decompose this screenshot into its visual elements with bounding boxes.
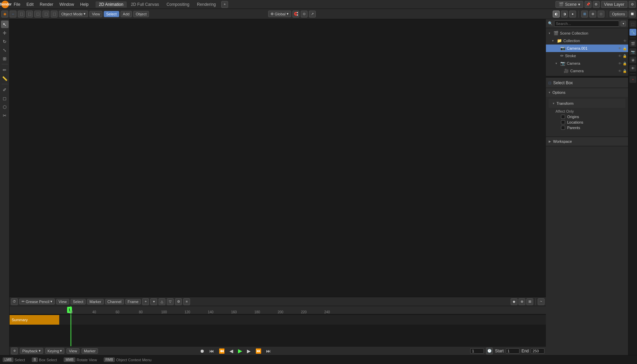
add-menu[interactable]: Add	[121, 11, 132, 17]
tl-curve-icon[interactable]: ~	[538, 298, 545, 305]
tree-scene-collection[interactable]: ▾ 🎬 Scene Collection	[546, 29, 628, 37]
add-workspace-button[interactable]: +	[221, 1, 228, 8]
tool-draw[interactable]: ✐	[1, 86, 9, 93]
btn-jump-end[interactable]: ⏭	[265, 348, 272, 354]
gizmo-toggle[interactable]: ⊕	[589, 11, 596, 17]
tl-onion-icon[interactable]: ⊕	[519, 298, 525, 305]
toolbar-icon-3[interactable]: ⬚	[34, 11, 41, 17]
scene-dropdown[interactable]: 🎬 Scene ▾	[555, 1, 583, 8]
options-btn[interactable]: Options	[610, 11, 627, 17]
rpanel-render-icon[interactable]: 📷	[629, 48, 636, 55]
locations-checkbox[interactable]	[561, 120, 565, 124]
tab-rendering[interactable]: Rendering	[193, 1, 219, 8]
rpanel-object-icon[interactable]: ⬚	[629, 21, 636, 27]
camchild-vis[interactable]: 👁	[618, 69, 622, 73]
transform-move-icon[interactable]: ↔	[10, 11, 16, 17]
view-layer-button[interactable]: View Layer	[601, 1, 627, 8]
xray-toggle[interactable]: □	[598, 11, 604, 17]
tool-fill[interactable]: ⬡	[1, 103, 9, 111]
cam001-restrict[interactable]: 🔒	[623, 47, 627, 50]
transform-header[interactable]: ▾ Transform	[549, 99, 625, 108]
origins-checkbox[interactable]	[561, 115, 565, 119]
tree-stroke[interactable]: ✏ Stroke 👁 🔒	[546, 52, 628, 60]
proportional-edit-icon[interactable]: ⊙	[301, 11, 308, 17]
toolbar-icon-4[interactable]: ⬚	[42, 11, 49, 17]
tab-2d-animation[interactable]: 2D Animation	[96, 1, 127, 8]
rpanel-scene-icon[interactable]: 🎬	[629, 40, 636, 47]
viewport-shading-material[interactable]: ◑	[561, 11, 568, 17]
tree-camera-group[interactable]: ▾ 📷 Camera 👁 🔒	[546, 60, 628, 67]
camchild-restrict[interactable]: 🔒	[623, 69, 627, 73]
object-mode-dropdown[interactable]: Object Mode ▾	[59, 11, 88, 17]
btn-jump-start[interactable]: ⏮	[208, 348, 215, 354]
viewport-shading-rendered[interactable]: ●	[569, 11, 576, 17]
menu-window[interactable]: Window	[57, 1, 77, 8]
tl-settings-icon[interactable]: ⚙	[175, 298, 182, 305]
view-menu[interactable]: View	[89, 11, 102, 17]
tl-frame-btn[interactable]: Frame	[125, 299, 141, 304]
rpanel-view-icon[interactable]: 👁	[629, 65, 636, 72]
menu-file[interactable]: File	[11, 1, 23, 8]
toolbar-icon-1[interactable]: ⬚	[18, 11, 25, 17]
object-menu[interactable]: Object	[133, 11, 149, 17]
tab-compositing[interactable]: Compositing	[163, 1, 193, 8]
tl-select-btn[interactable]: Select	[71, 299, 86, 304]
tool-move[interactable]: ✛	[1, 29, 9, 37]
tool-scale[interactable]: ⤡	[1, 46, 9, 54]
snap-icon[interactable]: 🧲	[292, 11, 299, 17]
btn-play[interactable]: ▶	[237, 347, 243, 355]
tl-more-icon[interactable]: ≡	[183, 298, 190, 305]
play-settings-icon[interactable]: ⚙	[11, 348, 18, 354]
keying-dropdown[interactable]: Keying ▾	[45, 348, 65, 354]
tree-camera001[interactable]: 📷 Camera.001 👁 🔒	[546, 45, 628, 52]
btn-step-next[interactable]: ▶	[246, 348, 252, 354]
frame-fps-icon[interactable]: 🕐	[486, 348, 493, 354]
parents-checkbox[interactable]	[561, 126, 565, 130]
timeline-editor-type[interactable]: ⏱	[11, 298, 18, 305]
camgrp-restrict[interactable]: 🔒	[623, 62, 627, 65]
cam001-vis[interactable]: 👁	[618, 47, 622, 50]
outliner-filter-icon[interactable]: ▾	[621, 21, 626, 26]
playback-dropdown[interactable]: Playback ▾	[20, 348, 43, 354]
tool-transform[interactable]: ⊞	[1, 55, 9, 62]
tree-collection[interactable]: ▾ 📁 Collection 👁	[546, 37, 628, 45]
overlay-toggle[interactable]: ⊞	[581, 11, 588, 17]
tree-camera-child[interactable]: 🎥 Camera 👁 🔒	[546, 67, 628, 75]
tl-add-btn[interactable]: +	[142, 298, 149, 305]
btn-step-forward[interactable]: ⏩	[254, 348, 263, 354]
scene-settings-button[interactable]: ⚙	[593, 1, 600, 8]
transform-orientation-icon[interactable]: ↗	[309, 11, 316, 17]
menu-edit[interactable]: Edit	[24, 1, 36, 8]
tool-annotate[interactable]: ✏	[1, 66, 9, 74]
btn-step-back[interactable]: ⏪	[217, 348, 226, 354]
editor-type-icon[interactable]: 🔲	[629, 11, 636, 17]
tool-select[interactable]: ↖	[1, 21, 9, 28]
tl-channel-btn[interactable]: Channel	[105, 299, 124, 304]
btn-step-prev[interactable]: ◀	[228, 348, 235, 354]
scene-pin-button[interactable]: 📌	[585, 1, 591, 8]
toolbar-icon-5[interactable]: ⬚	[51, 11, 58, 17]
outliner-search-input[interactable]	[554, 21, 619, 27]
tool-measure[interactable]: 📏	[1, 75, 9, 82]
toolbar-icon-2[interactable]: ⬚	[26, 11, 33, 17]
tool-rotate[interactable]: ↻	[1, 38, 9, 45]
tl-view-btn[interactable]: View	[56, 299, 69, 304]
menu-render[interactable]: Render	[37, 1, 56, 8]
options-header[interactable]: ▾ Options	[546, 88, 628, 97]
tab-2d-full-canvas[interactable]: 2D Full Canvas	[127, 1, 162, 8]
stroke-restrict[interactable]: 🔒	[623, 54, 627, 58]
tl-marker-playback[interactable]: Marker	[82, 348, 98, 354]
tl-up-icon[interactable]: △	[159, 298, 165, 305]
rpanel-tools-icon[interactable]: 🔧	[629, 29, 636, 36]
tool-eraser[interactable]: ◻	[1, 95, 9, 102]
tl-filter-icon[interactable]: ▾	[150, 298, 157, 305]
viewport-shading-solid[interactable]: ◐	[553, 11, 560, 17]
rpanel-particles-icon[interactable]: ⭑	[629, 76, 636, 83]
start-frame-input[interactable]	[506, 348, 520, 354]
select-menu[interactable]: Select	[104, 11, 119, 17]
stroke-vis[interactable]: 👁	[618, 54, 622, 58]
tl-view-playback[interactable]: View	[66, 348, 79, 354]
tl-keyframe-icon[interactable]: ◆	[511, 298, 517, 305]
grease-pencil-dropdown[interactable]: ✏ Grease Pencil ▾	[19, 299, 55, 304]
rpanel-output-icon[interactable]: 🖥	[629, 57, 636, 63]
